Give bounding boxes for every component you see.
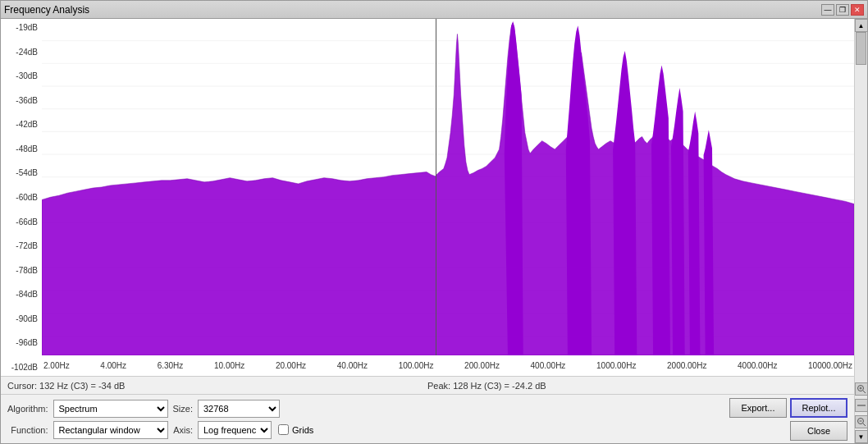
- x-label-0: 2.00Hz: [43, 361, 70, 370]
- grids-checkbox[interactable]: [278, 424, 289, 435]
- x-label-7: 200.00Hz: [464, 361, 500, 370]
- minimize-button[interactable]: —: [821, 4, 834, 16]
- status-bar: Cursor: 132 Hz (C3) = -34 dB Peak: 128 H…: [1, 376, 854, 394]
- window-title: Frequency Analysis: [4, 4, 821, 16]
- y-label-0: -19dB: [2, 23, 40, 32]
- zoom-out-icon[interactable]: [855, 415, 868, 428]
- function-select[interactable]: Rectangular window Hann window Hamming w…: [53, 421, 168, 439]
- svg-marker-20: [688, 112, 701, 355]
- y-axis: -19dB -24dB -30dB -36dB -42dB -48dB -54d…: [1, 19, 42, 376]
- y-label-10: -78dB: [2, 266, 40, 275]
- y-label-7: -60dB: [2, 193, 40, 202]
- y-label-11: -84dB: [2, 290, 40, 299]
- function-label: Function:: [7, 425, 48, 435]
- x-label-6: 100.00Hz: [399, 361, 434, 370]
- y-label-5: -48dB: [2, 144, 40, 153]
- y-label-9: -72dB: [2, 241, 40, 250]
- x-label-12: 10000.00Hz: [808, 361, 852, 370]
- y-label-2: -30dB: [2, 71, 40, 80]
- peak-info: Peak: 128 Hz (C3) = -24.2 dB: [427, 381, 847, 391]
- svg-marker-21: [704, 130, 715, 355]
- cursor-line: [436, 19, 436, 355]
- x-label-4: 20.00Hz: [276, 361, 306, 370]
- svg-marker-16: [566, 25, 592, 355]
- cursor-info: Cursor: 132 Hz (C3) = -34 dB: [7, 381, 427, 391]
- scroll-center-icon[interactable]: [855, 399, 868, 412]
- export-button[interactable]: Export...: [729, 398, 787, 418]
- y-label-6: -54dB: [2, 168, 40, 177]
- grids-label[interactable]: Grids: [292, 425, 313, 435]
- y-label-3: -36dB: [2, 96, 40, 105]
- controls-bar: Algorithm: Spectrum Autocorrelation Ceps…: [1, 394, 854, 443]
- zoom-in-icon[interactable]: [855, 382, 868, 396]
- x-label-5: 40.00Hz: [337, 361, 368, 370]
- x-label-11: 4000.00Hz: [738, 361, 777, 370]
- replot-button[interactable]: Replot...: [790, 398, 847, 418]
- svg-line-23: [863, 391, 866, 393]
- scroll-thumb[interactable]: [856, 32, 866, 65]
- chart-plot[interactable]: [42, 19, 854, 355]
- scroll-up-button[interactable]: ▲: [855, 19, 868, 32]
- x-label-8: 400.00Hz: [531, 361, 566, 370]
- frequency-analysis-window: Frequency Analysis — ❐ ✕ -19dB -24dB -30…: [0, 0, 868, 444]
- grids-checkbox-row: Grids: [278, 424, 313, 435]
- x-label-10: 2000.00Hz: [667, 361, 706, 370]
- x-label-9: 1000.00Hz: [596, 361, 636, 370]
- x-axis: 2.00Hz 4.00Hz 6.30Hz 10.00Hz 20.00Hz 40.…: [42, 355, 854, 376]
- content-area: -19dB -24dB -30dB -36dB -42dB -48dB -54d…: [1, 19, 867, 443]
- y-label-14: -102dB: [2, 363, 40, 372]
- title-bar: Frequency Analysis — ❐ ✕: [1, 1, 867, 19]
- chart-container[interactable]: -19dB -24dB -30dB -36dB -42dB -48dB -54d…: [1, 19, 854, 376]
- y-label-12: -90dB: [2, 314, 40, 323]
- svg-rect-26: [857, 405, 866, 406]
- size-select[interactable]: 1024 2048 4096 8192 16384 32768 65536: [198, 400, 280, 418]
- svg-marker-17: [613, 51, 637, 355]
- button-group: Export... Replot... Close: [729, 398, 847, 441]
- algorithm-select[interactable]: Spectrum Autocorrelation Cepstrum: [53, 400, 168, 418]
- scroll-track[interactable]: [855, 32, 867, 381]
- svg-marker-19: [671, 88, 685, 355]
- controls-grid: Algorithm: Spectrum Autocorrelation Ceps…: [7, 400, 313, 439]
- axis-label: Axis:: [173, 425, 193, 435]
- x-label-1: 4.00Hz: [100, 361, 126, 370]
- x-label-3: 10.00Hz: [214, 361, 244, 370]
- svg-marker-14: [42, 23, 854, 355]
- y-label-4: -42dB: [2, 120, 40, 129]
- y-label-8: -66dB: [2, 217, 40, 227]
- vertical-scrollbar[interactable]: ▲: [854, 19, 867, 443]
- y-label-1: -24dB: [2, 48, 40, 57]
- chart-section: -19dB -24dB -30dB -36dB -42dB -48dB -54d…: [1, 19, 854, 443]
- axis-select[interactable]: Log frequency Linear frequency: [198, 421, 272, 439]
- x-axis-labels: 2.00Hz 4.00Hz 6.30Hz 10.00Hz 20.00Hz 40.…: [42, 361, 854, 370]
- size-label: Size:: [173, 404, 193, 414]
- x-label-2: 6.30Hz: [158, 361, 184, 370]
- close-button[interactable]: Close: [790, 421, 847, 441]
- y-label-13: -96dB: [2, 338, 40, 347]
- svg-line-28: [863, 423, 866, 426]
- close-window-button[interactable]: ✕: [851, 4, 864, 16]
- spectrum-chart[interactable]: [42, 19, 854, 355]
- scroll-down-button[interactable]: ▼: [855, 430, 868, 443]
- restore-button[interactable]: ❐: [836, 4, 849, 16]
- algorithm-label: Algorithm:: [7, 404, 48, 414]
- title-bar-controls: — ❐ ✕: [821, 4, 864, 16]
